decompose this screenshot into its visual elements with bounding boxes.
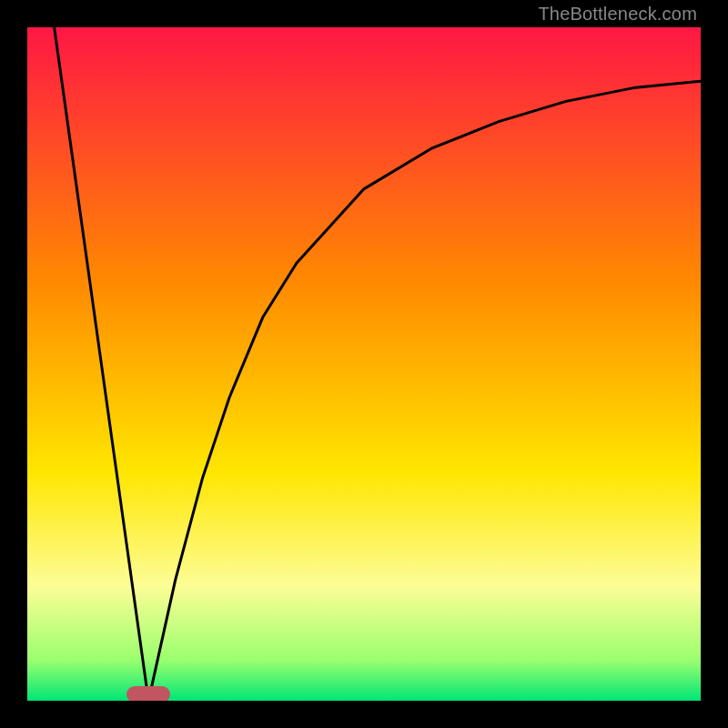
plot-area: [27, 27, 701, 701]
watermark-text: TheBottleneck.com: [538, 4, 697, 25]
optimal-marker: [126, 686, 170, 701]
chart-frame: TheBottleneck.com: [0, 0, 728, 728]
bottleneck-curve: [27, 27, 701, 701]
